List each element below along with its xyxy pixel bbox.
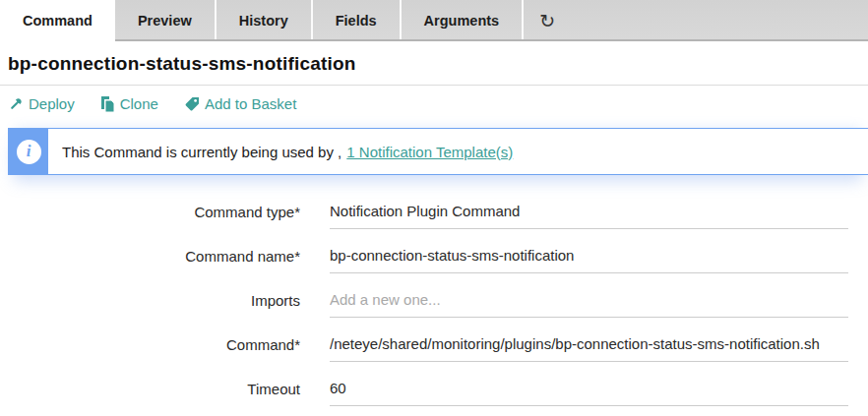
form-row-command-type: Command type* — [0, 197, 868, 229]
imports-label: Imports — [0, 285, 300, 309]
add-to-basket-label: Add to Basket — [205, 95, 296, 112]
command-name-label: Command name* — [0, 241, 300, 265]
tab-command[interactable]: Command — [0, 0, 115, 41]
command-field[interactable] — [330, 329, 848, 362]
imports-field[interactable] — [330, 285, 848, 318]
timeout-label: Timeout — [0, 374, 300, 397]
info-banner-message: This Command is currently being used by … — [48, 129, 527, 174]
clone-label: Clone — [120, 95, 158, 112]
tab-preview[interactable]: Preview — [115, 0, 217, 41]
page-title: bp-connection-status-sms-notification — [8, 53, 860, 75]
clone-button[interactable]: Clone — [100, 95, 158, 112]
action-links: Deploy Clone Add to Basket — [0, 86, 868, 120]
form-row-command: Command* — [0, 329, 868, 362]
info-banner: i This Command is currently being used b… — [8, 128, 868, 175]
form-row-timeout: Timeout — [0, 374, 868, 406]
command-form: Command type* Command name* Imports Comm… — [0, 197, 868, 406]
page-header: bp-connection-status-sms-notification — [0, 41, 868, 86]
info-banner-text: This Command is currently being used by … — [62, 144, 341, 160]
form-row-imports: Imports — [0, 285, 868, 318]
tab-arguments[interactable]: Arguments — [402, 0, 525, 41]
form-row-command-name: Command name* — [0, 241, 868, 273]
command-label: Command* — [0, 329, 300, 353]
tag-icon — [184, 96, 200, 112]
refresh-icon[interactable]: ↻ — [524, 0, 571, 41]
deploy-label: Deploy — [29, 95, 75, 112]
info-banner-icon-box: i — [9, 129, 48, 174]
tab-fields[interactable]: Fields — [313, 0, 402, 41]
info-icon: i — [17, 140, 41, 164]
copy-pages-icon — [100, 96, 115, 112]
notification-templates-link[interactable]: 1 Notification Template(s) — [346, 144, 513, 160]
command-type-field[interactable] — [330, 197, 848, 229]
wrench-icon — [8, 96, 24, 112]
add-to-basket-button[interactable]: Add to Basket — [184, 95, 296, 112]
tab-history[interactable]: History — [217, 0, 313, 41]
deploy-button[interactable]: Deploy — [8, 95, 75, 112]
tab-bar: Command Preview History Fields Arguments… — [0, 0, 868, 41]
command-name-field[interactable] — [330, 241, 848, 273]
timeout-field[interactable] — [330, 374, 848, 406]
command-type-label: Command type* — [0, 197, 300, 220]
